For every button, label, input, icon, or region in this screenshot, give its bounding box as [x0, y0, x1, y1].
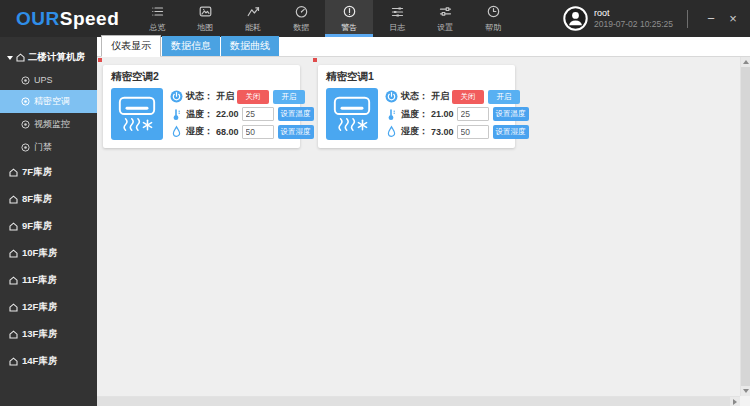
humidity-setpoint-input[interactable] [242, 125, 274, 139]
sidebar-item-14f[interactable]: 14F库房 [0, 348, 97, 375]
nav-item-settings[interactable]: 设置 [421, 0, 469, 37]
device-icon [21, 120, 30, 129]
scroll-down-button[interactable] [741, 386, 750, 396]
sidebar-item-label: 14F库房 [22, 355, 57, 368]
turn-on-button[interactable]: 开启 [488, 90, 520, 104]
humidity-value: 73.00 [431, 127, 454, 137]
tab-dashboard-display[interactable]: 仪表显示 [101, 35, 161, 57]
home-icon [9, 303, 18, 312]
sidebar-item-11f[interactable]: 11F库房 [0, 267, 97, 294]
scroll-right-button[interactable] [730, 397, 740, 406]
sidebar-node-label: 二楼计算机房 [28, 51, 85, 64]
sidebar-item-ups[interactable]: UPS [0, 70, 97, 90]
air-conditioner-icon [326, 88, 378, 140]
sidebar-item-7f[interactable]: 7F库房 [0, 159, 97, 186]
temperature-label: 温度： [186, 108, 213, 121]
datetime: 2019-07-02 10:25:25 [594, 19, 673, 30]
horizontal-scrollbar[interactable] [97, 396, 740, 406]
home-icon [16, 53, 25, 62]
card-anchor-marker [313, 58, 317, 62]
sidebar-item-10f[interactable]: 10F库房 [0, 240, 97, 267]
user-name: root [594, 8, 673, 19]
humidity-setpoint-input[interactable] [457, 125, 489, 139]
droplet-icon [170, 125, 183, 138]
status-label: 状态： [186, 90, 213, 103]
nav-item-data[interactable]: 数据 [277, 0, 325, 37]
nav-item-label: 数据 [293, 22, 309, 33]
temperature-value: 21.00 [431, 109, 454, 119]
device-icon [21, 76, 30, 85]
sidebar-item-label: 门禁 [34, 141, 52, 154]
temperature-row: 温度： 21.00 设置温度 [385, 107, 507, 122]
temperature-row: 温度： 22.00 设置温度 [170, 107, 292, 122]
sidebar-item-precision-ac[interactable]: 精密空调 [0, 90, 97, 113]
nav-item-label: 总览 [149, 22, 165, 33]
humidity-label: 湿度： [401, 125, 428, 138]
logo-part-2: Speed [60, 8, 120, 30]
navbar-right: root 2019-07-02 10:25:25 − × [563, 0, 750, 37]
turn-on-button[interactable]: 开启 [273, 90, 305, 104]
caret-down-icon [7, 56, 13, 60]
tab-bar: 仪表显示 数据信息 数据曲线 [97, 37, 750, 57]
sidebar-item-12f[interactable]: 12F库房 [0, 294, 97, 321]
user-avatar[interactable] [563, 6, 588, 31]
card-title: 精密空调2 [111, 70, 292, 84]
horizontal-scroll-thumb[interactable] [97, 397, 730, 406]
card-anchor-marker [98, 58, 102, 62]
set-humidity-button[interactable]: 设置湿度 [278, 125, 314, 139]
sidebar-item-video-monitor[interactable]: 视频监控 [0, 113, 97, 136]
tab-data-curve[interactable]: 数据曲线 [221, 36, 279, 56]
nav-item-logs[interactable]: 日志 [373, 0, 421, 37]
temperature-setpoint-input[interactable] [457, 107, 489, 121]
minimize-button[interactable]: − [700, 0, 722, 37]
app-logo: OURSpeed [0, 0, 133, 37]
main-menu: 总览 地图 能耗 数据 警告 日志 [133, 0, 517, 37]
home-icon [9, 168, 18, 177]
overview-list-icon [151, 5, 164, 20]
sidebar-item-label: 精密空调 [34, 95, 70, 108]
nav-item-overview[interactable]: 总览 [133, 0, 181, 37]
nav-item-label: 地图 [197, 22, 213, 33]
turn-off-button[interactable]: 关闭 [237, 90, 269, 104]
sidebar-item-13f[interactable]: 13F库房 [0, 321, 97, 348]
home-icon [9, 330, 18, 339]
sidebar-item-access-control[interactable]: 门禁 [0, 136, 97, 159]
logo-part-1: OUR [16, 8, 60, 30]
sidebar-item-8f[interactable]: 8F库房 [0, 186, 97, 213]
status-value: 开启 [216, 90, 234, 103]
scroll-up-button[interactable] [741, 57, 750, 67]
sidebar-tree: 二楼计算机房 UPS 精密空调 视频监控 门禁 7F库房 [0, 37, 97, 406]
set-humidity-button[interactable]: 设置湿度 [493, 125, 529, 139]
close-button[interactable]: × [722, 0, 744, 37]
tab-data-info[interactable]: 数据信息 [162, 36, 220, 56]
map-icon [199, 5, 212, 20]
nav-item-map[interactable]: 地图 [181, 0, 229, 37]
turn-off-button[interactable]: 关闭 [452, 90, 484, 104]
ac-card-2: 精密空调2 [103, 65, 300, 148]
humidity-row: 湿度： 68.00 设置湿度 [170, 124, 292, 139]
set-temperature-button[interactable]: 设置温度 [493, 107, 529, 121]
home-icon [9, 222, 18, 231]
nav-item-label: 警告 [341, 22, 357, 33]
vertical-scrollbar[interactable] [740, 57, 750, 396]
temperature-setpoint-input[interactable] [242, 107, 274, 121]
log-icon [391, 5, 404, 20]
home-icon [9, 249, 18, 258]
sidebar-item-label: 13F库房 [22, 328, 57, 341]
nav-item-help[interactable]: 帮助 [469, 0, 517, 37]
user-info: root 2019-07-02 10:25:25 [594, 8, 673, 30]
nav-item-label: 帮助 [485, 22, 501, 33]
set-temperature-button[interactable]: 设置温度 [278, 107, 314, 121]
data-gauge-icon [295, 5, 308, 20]
settings-icon [439, 5, 452, 20]
sidebar-item-label: 11F库房 [22, 274, 57, 287]
dashboard-content: 精密空调2 [97, 57, 750, 406]
droplet-icon [385, 125, 398, 138]
sidebar-item-9f[interactable]: 9F库房 [0, 213, 97, 240]
vertical-scroll-thumb[interactable] [741, 67, 750, 386]
nav-item-alerts[interactable]: 警告 [325, 0, 373, 37]
help-icon [487, 5, 500, 20]
nav-item-energy[interactable]: 能耗 [229, 0, 277, 37]
app-window: OURSpeed 总览 地图 能耗 数据 警告 [0, 0, 750, 406]
sidebar-node-computer-room[interactable]: 二楼计算机房 [0, 45, 97, 70]
